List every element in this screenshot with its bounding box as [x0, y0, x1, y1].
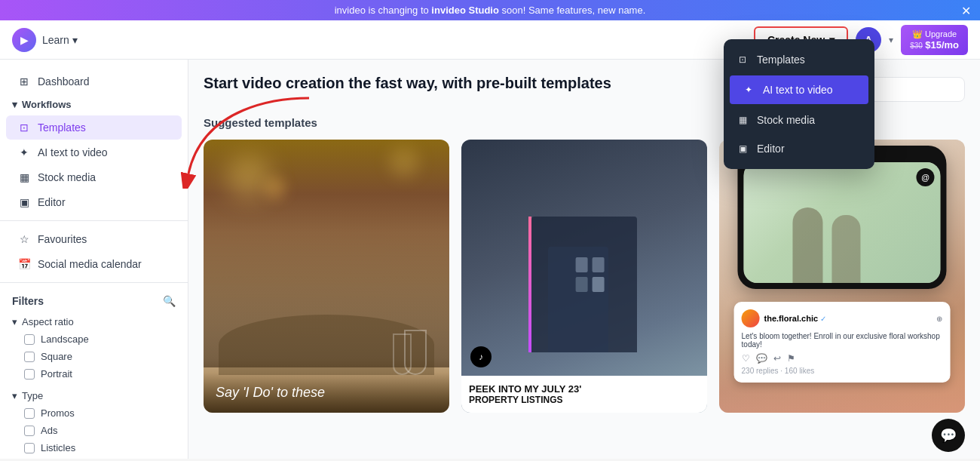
sidebar-item-favourites[interactable]: ☆ Favourites: [6, 227, 182, 251]
insta-actions: ♡ 💬 ↩ ⚑: [742, 353, 943, 364]
sidebar-item-dashboard[interactable]: ⊞ Dashboard: [6, 69, 182, 94]
sidebar-item-editor[interactable]: ▣ Editor: [6, 190, 182, 214]
aspect-ratio-filter: ▾ Aspect ratio Landscape Square Portrait: [12, 313, 176, 383]
editor-icon: ▣: [18, 196, 30, 208]
chevron-down-icon: ▾: [12, 390, 17, 401]
portrait-checkbox[interactable]: [24, 369, 35, 380]
type-filter: ▾ Type Promos Ads Listicles Slides: [12, 387, 176, 459]
phone-screen: @: [743, 162, 940, 283]
stock-media-icon: ▦: [736, 113, 749, 127]
wedding-text-overlay: Say 'I Do' to these: [204, 373, 449, 413]
dropdown-item-ai-text[interactable]: ✦ AI text to video: [730, 75, 868, 104]
type-toggle[interactable]: ▾ Type: [12, 387, 176, 404]
stock-media-icon: ▦: [18, 171, 30, 183]
templates-grid: Say 'I Do' to these ♪: [204, 140, 965, 413]
chevron-down-icon: ▾: [72, 34, 78, 46]
filter-ads[interactable]: Ads: [12, 422, 176, 439]
templates-icon: ⊡: [736, 53, 749, 66]
dropdown-item-templates[interactable]: ⊡ Templates: [724, 45, 874, 74]
workflows-group[interactable]: ▾ Workflows: [0, 94, 188, 115]
sidebar-item-templates[interactable]: ⊡ Templates: [6, 115, 182, 140]
search-icon[interactable]: 🔍: [163, 295, 176, 307]
page-title: Start video creation the fast way, with …: [204, 75, 611, 92]
flag-icon: ⚑: [787, 353, 795, 364]
template-card-property[interactable]: ♪ PEEK INTO MY JULY 23' PROPERTY LISTING…: [461, 140, 707, 413]
dropdown-item-editor[interactable]: ▣ Editor: [724, 134, 874, 163]
ai-icon: ✦: [18, 146, 30, 158]
dropdown-menu: ⊡ Templates ✦ AI text to video ▦ Stock m…: [724, 39, 874, 169]
filter-slideshow[interactable]: Slideshow: [12, 456, 176, 459]
banner-text: invideo is changing to invideo Studio so…: [335, 5, 646, 16]
ads-checkbox[interactable]: [24, 426, 35, 436]
filter-square[interactable]: Square: [12, 348, 176, 365]
sidebar-item-social-calendar[interactable]: 📅 Social media calendar: [6, 252, 182, 276]
insta-stats: 230 replies · 160 likes: [742, 367, 943, 375]
sidebar-item-ai-text[interactable]: ✦ AI text to video: [6, 140, 182, 164]
filter-landscape[interactable]: Landscape: [12, 330, 176, 348]
insta-post-text: Let's bloom together! Enroll in our excl…: [742, 332, 943, 349]
chevron-down-icon: ▾: [12, 316, 17, 327]
listicles-checkbox[interactable]: [24, 443, 35, 453]
top-banner: invideo is changing to invideo Studio so…: [0, 0, 980, 20]
threads-icon: ⊕: [936, 315, 942, 323]
filters-header: Filters 🔍: [12, 295, 176, 307]
sidebar-item-stock-media[interactable]: ▦ Stock media: [6, 165, 182, 189]
banner-close-button[interactable]: ✕: [961, 3, 971, 17]
square-checkbox[interactable]: [24, 352, 35, 362]
logo-icon: ▶: [12, 28, 36, 52]
insta-avatar: [742, 309, 760, 327]
calendar-icon: 📅: [18, 258, 30, 270]
star-icon: ☆: [18, 233, 30, 245]
insta-username: the.floral.chic ✓: [764, 314, 826, 323]
promos-checkbox[interactable]: [24, 408, 35, 419]
sidebar: ⊞ Dashboard ▾ Workflows ⊡ Templates ✦ AI…: [0, 60, 188, 459]
filters-section: Filters 🔍 ▾ Aspect ratio Landscape Squar…: [0, 289, 188, 459]
chat-bubble-button[interactable]: 💬: [932, 419, 965, 452]
dashboard-icon: ⊞: [18, 75, 30, 88]
share-icon: ↩: [773, 353, 781, 364]
insta-post-card: the.floral.chic ✓ ⊕ Let's bloom together…: [734, 302, 951, 383]
chevron-down-icon: ▾: [12, 99, 17, 110]
landscape-checkbox[interactable]: [24, 334, 35, 345]
heart-icon: ♡: [742, 353, 750, 364]
aspect-ratio-toggle[interactable]: ▾ Aspect ratio: [12, 313, 176, 330]
property-title: PEEK INTO MY JULY 23': [469, 383, 700, 395]
ai-icon: ✦: [742, 83, 755, 97]
insta-header: the.floral.chic ✓ ⊕: [742, 309, 943, 327]
learn-button[interactable]: Learn ▾: [42, 34, 78, 46]
filter-listicles[interactable]: Listicles: [12, 439, 176, 456]
wedding-card-text: Say 'I Do' to these: [216, 385, 437, 401]
tiktok-badge: ♪: [470, 346, 492, 367]
header-left: ▶ Learn ▾: [12, 28, 78, 52]
property-text-overlay: PEEK INTO MY JULY 23' PROPERTY LISTINGS: [461, 376, 707, 413]
templates-icon: ⊡: [18, 121, 30, 134]
filter-portrait[interactable]: Portrait: [12, 365, 176, 383]
property-subtitle: PROPERTY LISTINGS: [469, 395, 700, 405]
comment-icon: 💬: [756, 353, 767, 364]
template-card-wedding[interactable]: Say 'I Do' to these: [204, 140, 449, 413]
editor-icon: ▣: [736, 142, 749, 155]
dropdown-item-stock-media[interactable]: ▦ Stock media: [724, 106, 874, 134]
template-card-floral[interactable]: @ the.floral.chic ✓ ⊕ Let's bloom to: [719, 140, 965, 413]
chevron-down-icon: ▾: [889, 35, 893, 45]
filter-promos[interactable]: Promos: [12, 404, 176, 422]
upgrade-button[interactable]: 👑 Upgrade $30 $15/mo: [901, 25, 968, 55]
